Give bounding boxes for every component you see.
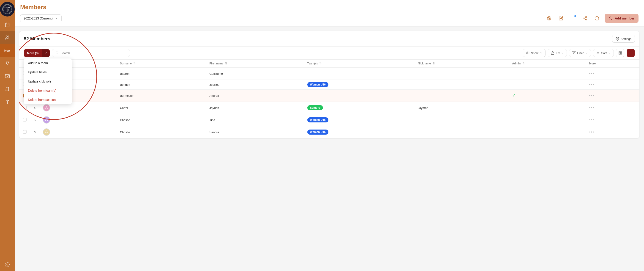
svg-line-21: [584, 19, 586, 19]
chart-icon-btn[interactable]: [569, 14, 577, 23]
filter-label: Filter: [577, 51, 584, 55]
row-surname: Carter: [116, 102, 206, 114]
filter-button[interactable]: Filter: [569, 49, 591, 57]
more-dots-button[interactable]: •••: [589, 72, 594, 75]
row-more[interactable]: •••: [585, 126, 640, 138]
col-surname[interactable]: Surname ⇅: [116, 60, 206, 68]
table-row: BabronGuillaume•••: [19, 68, 640, 80]
more-dots-button[interactable]: •••: [589, 106, 594, 110]
row-team: [304, 90, 414, 102]
more-dots-button[interactable]: •••: [589, 130, 594, 134]
header-actions: 2022-2023 (Current): [20, 14, 638, 23]
sidebar-item-new[interactable]: New: [0, 44, 15, 57]
target-icon-btn[interactable]: [545, 14, 553, 23]
edit-icon-btn[interactable]: [557, 14, 565, 23]
fix-label: Fix: [556, 51, 560, 55]
col-firstname[interactable]: First name ⇅: [206, 60, 304, 68]
info-icon-btn[interactable]: [593, 14, 601, 23]
row-admin: [508, 126, 585, 138]
list-view-button[interactable]: [626, 49, 635, 57]
target-icon: [547, 16, 552, 21]
sidebar-item-users[interactable]: [0, 31, 15, 44]
row-parent: [39, 126, 116, 138]
svg-point-11: [7, 264, 8, 265]
row-more[interactable]: •••: [585, 80, 640, 90]
more-btn-label: More (3): [24, 49, 42, 57]
grid-view-button[interactable]: [616, 49, 624, 57]
row-nickname: [414, 80, 509, 90]
row-admin: [508, 68, 585, 80]
table-header: # Parent ⇅ Surname ⇅ First name ⇅ Team(s…: [19, 60, 640, 68]
row-checkbox[interactable]: [23, 106, 26, 109]
row-team: Women U16: [304, 126, 414, 138]
col-nickname[interactable]: Nickname ⇅: [414, 60, 509, 68]
dropdown-item-delete-from-season[interactable]: Delete from season: [24, 95, 72, 104]
row-number: 6: [30, 126, 39, 138]
filter-icon: [572, 51, 576, 55]
more-btn-arrow[interactable]: [42, 49, 50, 57]
row-more[interactable]: •••: [585, 102, 640, 114]
svg-rect-10: [5, 75, 10, 78]
settings-button[interactable]: Settings: [612, 35, 635, 43]
sort-label: Sort: [601, 51, 607, 55]
share-icon-btn[interactable]: [581, 14, 589, 23]
sidebar-item-mail[interactable]: [0, 70, 15, 83]
team-badge: Seniors: [307, 105, 323, 110]
dropdown-item-delete-from-teams[interactable]: Delete from team(s): [24, 86, 72, 95]
svg-point-30: [56, 52, 58, 54]
more-button[interactable]: More (3): [24, 49, 50, 57]
row-more[interactable]: •••: [585, 68, 640, 80]
sort-button[interactable]: Sort: [593, 49, 614, 57]
svg-point-12: [547, 17, 551, 21]
table-container: 52 Members Settings More (3): [19, 31, 640, 138]
col-admin[interactable]: Admin ⇅: [508, 60, 585, 68]
season-selector[interactable]: 2022-2023 (Current): [20, 15, 62, 22]
settings-icon: [616, 37, 619, 41]
search-input[interactable]: [60, 51, 126, 55]
show-label: Show: [531, 51, 538, 55]
row-team: [304, 68, 414, 80]
dropdown-item-update-fields[interactable]: Update fields: [24, 68, 72, 77]
row-team: Women U16: [304, 80, 414, 90]
sidebar-logo[interactable]: EAGLES: [0, 2, 15, 17]
eye-icon: [526, 51, 530, 55]
row-nickname: Jayman: [414, 102, 509, 114]
table-row: 6ChristieSandraWomen U16•••: [19, 126, 640, 138]
svg-point-53: [46, 131, 47, 132]
chevron-down-icon: [585, 52, 588, 54]
sidebar-item-calendar[interactable]: [0, 18, 15, 31]
svg-point-29: [617, 38, 618, 39]
more-dots-button[interactable]: •••: [589, 83, 594, 86]
row-more[interactable]: •••: [585, 90, 640, 102]
sidebar-item-settings[interactable]: [0, 258, 15, 271]
sidebar-item-trophy[interactable]: [0, 57, 15, 70]
edit-icon: [559, 16, 564, 21]
dropdown-item-add-to-team[interactable]: Add to a team: [24, 59, 72, 68]
table-toolbar: More (3) Add to a team Update fields Upd…: [19, 47, 640, 60]
fix-button[interactable]: Fix: [548, 49, 567, 57]
row-checkbox[interactable]: [23, 118, 26, 122]
row-checkbox[interactable]: [23, 130, 26, 134]
list-icon: [629, 51, 632, 55]
table-row: 3ABBurmesterAndrea✓•••: [19, 90, 640, 102]
search-box[interactable]: [52, 49, 130, 57]
row-nickname: [414, 90, 509, 102]
dropdown-item-update-club-role[interactable]: Update club role: [24, 77, 72, 86]
svg-point-14: [549, 18, 550, 19]
col-teams[interactable]: Team(s) ⇅: [304, 60, 414, 68]
col-more: More: [585, 60, 640, 68]
row-team: Women U16: [304, 114, 414, 126]
sidebar-item-hand[interactable]: [0, 83, 15, 95]
svg-point-26: [610, 17, 611, 18]
avatar: [43, 128, 50, 136]
show-button[interactable]: Show: [523, 49, 546, 57]
page-title: Members: [20, 4, 638, 11]
sidebar-item-shirt[interactable]: [0, 95, 15, 108]
svg-line-22: [584, 17, 586, 18]
more-dots-button[interactable]: •••: [589, 94, 594, 97]
row-more[interactable]: •••: [585, 114, 640, 126]
add-member-button[interactable]: Add member: [604, 14, 638, 23]
more-dropdown-menu: Add to a team Update fields Update club …: [24, 59, 72, 104]
more-dots-button[interactable]: •••: [589, 118, 594, 122]
row-firstname: Guillaume: [206, 68, 304, 80]
